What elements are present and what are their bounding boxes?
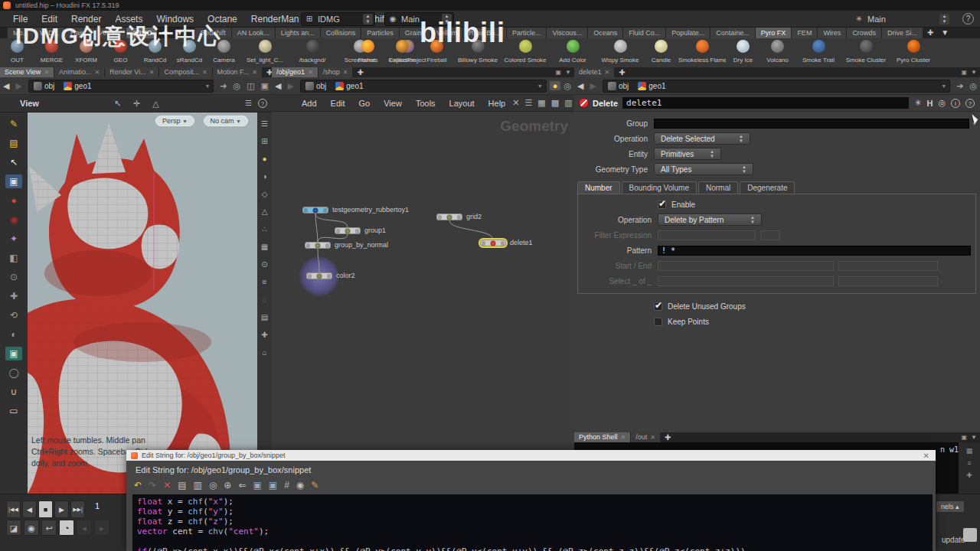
shelf-tab-menu-icon[interactable]: ▼ (937, 28, 952, 38)
network-tab[interactable]: /obj/geo1✕ (272, 67, 318, 77)
stop-button[interactable]: ■ (38, 500, 53, 518)
shelf-tab[interactable]: Rigid Bo... (463, 28, 506, 38)
right-main-selector[interactable]: ✳ Main ▲▼ (851, 12, 951, 26)
shelf-tab[interactable]: Mo... (8, 28, 34, 38)
display-options-icon[interactable]: ☰ (259, 119, 271, 129)
folder-tab-number[interactable]: Number (577, 181, 620, 194)
node-bypass-flag[interactable] (482, 241, 485, 246)
parameter-path-field[interactable]: obj geo1 ▼ (603, 80, 950, 93)
shelf-tool-add-color[interactable]: Add Color (549, 38, 596, 64)
close-tab-icon[interactable]: ✕ (44, 67, 49, 77)
shelf-tool-volcano[interactable]: Volcano (760, 38, 795, 64)
search-icon[interactable]: ◎ (938, 98, 946, 108)
dropdown-entity[interactable]: Primitives▲ ▼ (654, 148, 721, 160)
add-shelf-tab-button[interactable]: ✚ (923, 28, 937, 38)
shelf-tool-smoke-cluster[interactable]: Smoke Cluster (842, 38, 890, 64)
network-menu-layout[interactable]: Layout (443, 95, 482, 112)
shadow-icon[interactable]: ◑ (259, 171, 271, 182)
mini-plus-icon[interactable]: ✚ (966, 471, 972, 479)
dropdown-spinner-icon[interactable]: ▲ ▼ (734, 165, 746, 174)
grid-view-icon[interactable]: ▦ (537, 98, 545, 108)
copy-icon[interactable]: ▤ (178, 479, 186, 491)
shelf-tab[interactable]: Crowds (847, 28, 881, 38)
shelf-tool-out[interactable]: OUT (0, 38, 34, 64)
orient-mode-icon[interactable]: △ (152, 99, 158, 109)
shelf-tool-explosion[interactable]: Explosion (385, 38, 420, 64)
scene-path-field[interactable]: obj geo1 ▼ (28, 80, 214, 93)
input-select-of--2[interactable] (838, 276, 938, 286)
gear-icon[interactable]: ✳ (914, 98, 921, 108)
scene-tab[interactable]: Composit...✕ (159, 67, 211, 77)
close-tab-icon[interactable]: ✕ (650, 432, 655, 442)
mini-grid-icon[interactable]: ▦ (966, 447, 973, 455)
node-display-flag[interactable] (355, 229, 359, 233)
dropdown-spinner-icon[interactable]: ▲ ▼ (702, 149, 714, 158)
first-frame-button[interactable]: |◀◀ (6, 500, 21, 518)
normals-icon[interactable]: △ (259, 207, 271, 217)
add-tab-button[interactable]: ✚ (661, 432, 675, 442)
redo-icon[interactable]: ↷ (149, 479, 156, 491)
node-display-flag[interactable] (501, 241, 505, 246)
node-bypass-flag[interactable] (306, 243, 310, 248)
shelf-tab[interactable]: Viscous... (547, 28, 587, 38)
shelf-tool-smokeless-flame[interactable]: Smokeless Flame (678, 38, 726, 64)
lamp-icon[interactable]: ● (259, 154, 271, 165)
help-icon[interactable]: ? (962, 13, 974, 24)
realtime-toggle-icon[interactable]: ◔ (59, 520, 74, 536)
shelf-tab[interactable]: Pyro FX (756, 28, 792, 38)
shelf-tool-wispy-smoke[interactable]: Wispy Smoke (596, 38, 644, 64)
path-context-chip[interactable]: obj (301, 82, 331, 90)
desktop-selector[interactable]: ⊞ IDMG ▲▼ (301, 12, 375, 26)
shelf-tab[interactable]: AN T... (95, 28, 126, 38)
shelf-tab[interactable]: W D... (34, 28, 64, 38)
annotate-pen-icon[interactable]: ✎ (5, 117, 22, 131)
cup-icon[interactable]: ∪ (5, 385, 22, 399)
shelf-tab[interactable]: Vellum (431, 28, 462, 38)
pane-menu-icon[interactable]: ▼ (971, 432, 977, 442)
path-node-chip[interactable]: geo1 (633, 82, 670, 90)
snap-icon[interactable]: ✚ (5, 289, 22, 303)
close-tab-icon[interactable]: ✕ (621, 432, 626, 442)
shelf-tab[interactable]: Hair... (65, 28, 94, 38)
node-display-flag[interactable] (457, 215, 461, 220)
node-bypass-flag[interactable] (438, 215, 442, 220)
back-arrow-icon[interactable]: ◀ (272, 81, 284, 91)
handle-mode-icon[interactable]: ✛ (133, 99, 140, 109)
close-icon[interactable]: ✕ (923, 452, 936, 460)
dropdown-spinner-icon[interactable]: ▲ ▼ (743, 215, 755, 224)
color-palette-icon[interactable]: ▩ (551, 98, 559, 108)
layout-list-icon[interactable]: ☰ (245, 99, 252, 108)
view-menu[interactable]: View (0, 99, 45, 108)
shelf-tool-candle[interactable]: Candle (644, 38, 678, 64)
radial-menu-icon[interactable]: ◎ (966, 81, 980, 91)
shelf-tab-menu-icon[interactable]: ▼ (172, 28, 188, 38)
add-tab-button[interactable]: ✚ (353, 67, 367, 77)
scene-tab[interactable]: Scene View✕ (0, 67, 54, 77)
checkbox-enable[interactable] (658, 201, 666, 209)
node-wire[interactable] (449, 220, 493, 240)
path-node-chip[interactable]: geo1 (59, 82, 96, 90)
forward-arrow-icon[interactable]: ▶ (12, 81, 24, 91)
expand-ref-icon[interactable]: ▣ (253, 479, 261, 491)
node-testgeometry_rubbertoy1[interactable] (302, 207, 328, 214)
sticky-note-icon[interactable]: ▤ (5, 136, 22, 150)
shelf-tool-colored-smoke[interactable]: Colored Smoke (501, 38, 549, 64)
select-mode-icon[interactable]: ↖ (114, 99, 121, 109)
radial-menu-icon[interactable]: ◎ (560, 81, 574, 91)
secure-selection-icon[interactable]: ▣ (5, 174, 22, 188)
menu-renderman[interactable]: RenderMan (244, 11, 306, 28)
panel-icon[interactable]: ▤ (259, 312, 271, 323)
dropdown-operation[interactable]: Delete by Pattern▲ ▼ (658, 214, 762, 226)
main-menu-selector[interactable]: ◉ Main ▲▼ (384, 12, 454, 26)
update-mode-fragment[interactable]: update (942, 536, 965, 544)
points-icon[interactable]: ∴ (259, 224, 271, 235)
plus-icon[interactable]: ✚ (259, 330, 271, 341)
shelf-tab[interactable]: Grains (400, 28, 431, 38)
pane-menu-icon[interactable]: ▼ (971, 67, 977, 77)
info-icon[interactable]: i (951, 99, 960, 108)
rotate-tool-icon[interactable]: ◉ (5, 213, 22, 227)
circle-icon[interactable]: ◌ (259, 295, 271, 305)
shelf-tab[interactable]: Drive Si... (882, 28, 923, 38)
shelf-tab[interactable]: Particle... (507, 28, 547, 38)
vex-code-editor[interactable]: float x = chf("x");float y = chf("y");fl… (132, 494, 933, 551)
